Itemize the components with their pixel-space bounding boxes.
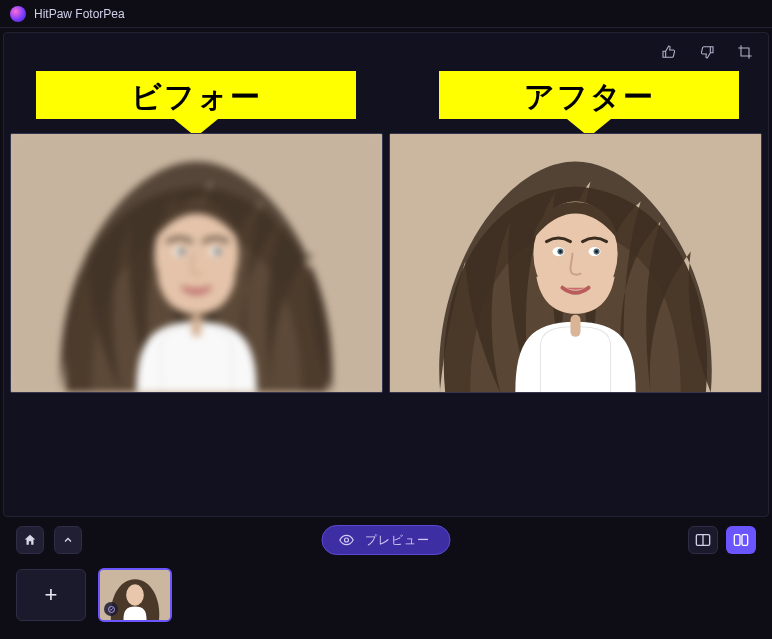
toolbar-center: プレビュー [322,525,451,555]
enhance-badge-icon [104,602,118,616]
toolbar-left [16,526,82,554]
preview-label: プレビュー [365,532,430,549]
canvas-area: ビフォー アフター + − [3,32,769,517]
before-label: ビフォー [36,77,356,118]
single-view-icon [695,533,711,547]
chevron-up-icon [62,534,74,546]
plus-icon: + [45,582,58,608]
canvas-actions [660,43,754,61]
svg-rect-19 [734,535,740,546]
before-banner: ビフォー [36,71,356,119]
thumb-down-icon[interactable] [698,43,716,61]
portrait-illustration [390,134,761,392]
svg-point-6 [180,250,183,253]
title-bar: HitPaw FotorPea [0,0,772,28]
svg-rect-20 [742,535,748,546]
compare-pair: + − [10,133,762,393]
portrait-illustration [11,134,382,392]
svg-point-14 [559,250,562,253]
before-image[interactable]: + − [10,133,383,393]
add-image-button[interactable]: + [16,569,86,621]
thumbnail-strip: + [4,564,768,626]
split-view-button[interactable] [726,526,756,554]
bottom-toolbar: プレビュー [4,522,768,558]
preview-button[interactable]: プレビュー [322,525,451,555]
single-view-button[interactable] [688,526,718,554]
home-icon [23,533,37,547]
svg-point-22 [126,584,144,606]
svg-point-7 [216,250,219,253]
home-button[interactable] [16,526,44,554]
after-image[interactable] [389,133,762,393]
thumb-up-icon[interactable] [660,43,678,61]
svg-point-15 [595,250,598,253]
after-label: アフター [439,77,739,118]
split-view-icon [733,533,749,547]
thumbnail-selected[interactable] [98,568,172,622]
eye-icon [339,532,355,548]
app-logo-icon [10,6,26,22]
app-title: HitPaw FotorPea [34,7,125,21]
svg-point-16 [345,538,349,542]
expand-up-button[interactable] [54,526,82,554]
after-banner: アフター [439,71,739,119]
toolbar-right [688,526,756,554]
crop-icon[interactable] [736,43,754,61]
